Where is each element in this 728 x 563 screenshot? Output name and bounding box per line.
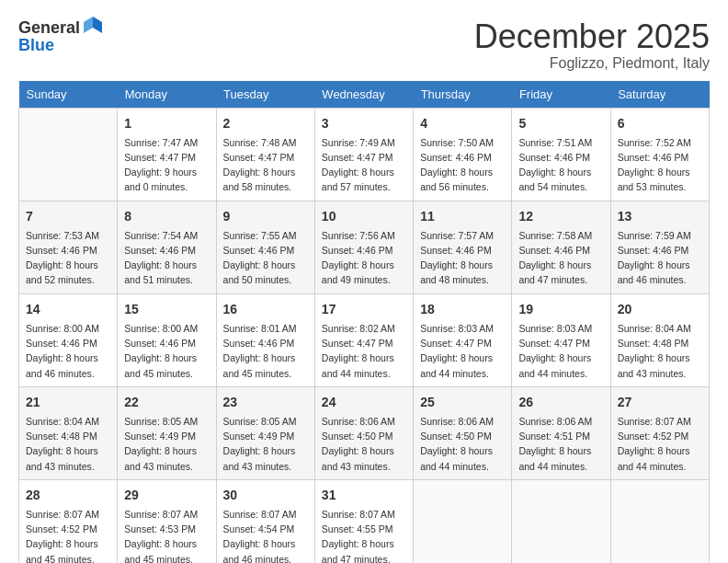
day-number: 19 xyxy=(518,300,603,319)
calendar-week-row: 21Sunrise: 8:04 AM Sunset: 4:48 PM Dayli… xyxy=(19,386,710,479)
calendar-cell: 17Sunrise: 8:02 AM Sunset: 4:47 PM Dayli… xyxy=(314,293,413,386)
day-number: 3 xyxy=(322,114,406,133)
day-header-friday: Friday xyxy=(512,81,610,109)
day-info: Sunrise: 8:07 AM Sunset: 4:52 PM Dayligh… xyxy=(618,414,702,474)
day-info: Sunrise: 7:57 AM Sunset: 4:46 PM Dayligh… xyxy=(420,228,505,288)
day-number: 9 xyxy=(223,207,308,226)
day-number: 26 xyxy=(518,393,603,412)
logo: General Blue xyxy=(18,18,104,54)
calendar-cell: 2Sunrise: 7:48 AM Sunset: 4:47 PM Daylig… xyxy=(216,108,314,201)
day-info: Sunrise: 8:04 AM Sunset: 4:48 PM Dayligh… xyxy=(618,321,702,381)
day-number: 8 xyxy=(124,207,209,226)
day-info: Sunrise: 7:56 AM Sunset: 4:46 PM Dayligh… xyxy=(322,228,406,288)
day-number: 11 xyxy=(420,207,505,226)
day-info: Sunrise: 7:55 AM Sunset: 4:46 PM Dayligh… xyxy=(223,228,308,288)
calendar-cell xyxy=(19,108,118,201)
day-number: 12 xyxy=(518,207,603,226)
day-number: 5 xyxy=(518,114,603,133)
day-info: Sunrise: 8:07 AM Sunset: 4:54 PM Dayligh… xyxy=(223,507,308,563)
day-info: Sunrise: 7:48 AM Sunset: 4:47 PM Dayligh… xyxy=(223,135,308,195)
day-header-tuesday: Tuesday xyxy=(216,81,314,109)
day-info: Sunrise: 7:58 AM Sunset: 4:46 PM Dayligh… xyxy=(518,228,603,288)
day-info: Sunrise: 8:02 AM Sunset: 4:47 PM Dayligh… xyxy=(322,321,406,381)
day-info: Sunrise: 7:47 AM Sunset: 4:47 PM Dayligh… xyxy=(124,135,209,195)
calendar-cell: 10Sunrise: 7:56 AM Sunset: 4:46 PM Dayli… xyxy=(314,201,413,293)
day-info: Sunrise: 8:07 AM Sunset: 4:53 PM Dayligh… xyxy=(124,507,209,563)
day-number: 6 xyxy=(618,114,702,133)
calendar-cell: 26Sunrise: 8:06 AM Sunset: 4:51 PM Dayli… xyxy=(512,386,610,479)
calendar-cell: 31Sunrise: 8:07 AM Sunset: 4:55 PM Dayli… xyxy=(314,479,413,563)
calendar-week-row: 1Sunrise: 7:47 AM Sunset: 4:47 PM Daylig… xyxy=(19,108,710,201)
day-number: 4 xyxy=(420,114,505,133)
day-info: Sunrise: 8:07 AM Sunset: 4:52 PM Dayligh… xyxy=(26,507,110,563)
day-number: 14 xyxy=(26,300,110,319)
calendar-week-row: 7Sunrise: 7:53 AM Sunset: 4:46 PM Daylig… xyxy=(19,201,710,293)
day-info: Sunrise: 8:05 AM Sunset: 4:49 PM Dayligh… xyxy=(124,414,209,474)
day-info: Sunrise: 8:06 AM Sunset: 4:50 PM Dayligh… xyxy=(322,414,406,474)
day-number: 28 xyxy=(26,486,110,505)
day-info: Sunrise: 8:06 AM Sunset: 4:50 PM Dayligh… xyxy=(420,414,505,474)
day-number: 23 xyxy=(223,393,308,412)
month-title: December 2025 xyxy=(474,18,710,55)
day-header-saturday: Saturday xyxy=(610,81,709,109)
svg-marker-0 xyxy=(93,17,102,33)
day-info: Sunrise: 7:54 AM Sunset: 4:46 PM Dayligh… xyxy=(124,228,209,288)
location-text: Foglizzo, Piedmont, Italy xyxy=(474,55,710,72)
calendar-cell: 25Sunrise: 8:06 AM Sunset: 4:50 PM Dayli… xyxy=(414,386,512,479)
day-header-sunday: Sunday xyxy=(19,81,118,109)
day-number: 16 xyxy=(223,300,308,319)
calendar-table: SundayMondayTuesdayWednesdayThursdayFrid… xyxy=(18,81,710,563)
svg-marker-1 xyxy=(84,17,93,33)
calendar-cell: 9Sunrise: 7:55 AM Sunset: 4:46 PM Daylig… xyxy=(216,201,314,293)
logo-general-text: General xyxy=(18,19,80,36)
logo-icon xyxy=(82,15,104,37)
day-info: Sunrise: 7:50 AM Sunset: 4:46 PM Dayligh… xyxy=(420,135,505,195)
day-info: Sunrise: 7:53 AM Sunset: 4:46 PM Dayligh… xyxy=(26,228,110,288)
day-number: 15 xyxy=(124,300,209,319)
calendar-cell: 12Sunrise: 7:58 AM Sunset: 4:46 PM Dayli… xyxy=(512,201,610,293)
calendar-cell: 16Sunrise: 8:01 AM Sunset: 4:46 PM Dayli… xyxy=(216,293,314,386)
calendar-cell: 28Sunrise: 8:07 AM Sunset: 4:52 PM Dayli… xyxy=(19,479,118,563)
day-info: Sunrise: 8:04 AM Sunset: 4:48 PM Dayligh… xyxy=(26,414,110,474)
day-info: Sunrise: 8:05 AM Sunset: 4:49 PM Dayligh… xyxy=(223,414,308,474)
day-number: 7 xyxy=(26,207,110,226)
day-number: 27 xyxy=(618,393,702,412)
calendar-cell xyxy=(414,479,512,563)
day-number: 30 xyxy=(223,486,308,505)
day-header-wednesday: Wednesday xyxy=(314,81,413,109)
calendar-header-row: SundayMondayTuesdayWednesdayThursdayFrid… xyxy=(19,81,710,109)
calendar-cell: 3Sunrise: 7:49 AM Sunset: 4:47 PM Daylig… xyxy=(314,108,413,201)
day-number: 31 xyxy=(322,486,406,505)
calendar-cell: 19Sunrise: 8:03 AM Sunset: 4:47 PM Dayli… xyxy=(512,293,610,386)
day-header-thursday: Thursday xyxy=(414,81,512,109)
calendar-cell: 8Sunrise: 7:54 AM Sunset: 4:46 PM Daylig… xyxy=(118,201,216,293)
calendar-cell: 23Sunrise: 8:05 AM Sunset: 4:49 PM Dayli… xyxy=(216,386,314,479)
day-number: 10 xyxy=(322,207,406,226)
calendar-cell: 22Sunrise: 8:05 AM Sunset: 4:49 PM Dayli… xyxy=(118,386,216,479)
day-number: 24 xyxy=(322,393,406,412)
title-section: December 2025 Foglizzo, Piedmont, Italy xyxy=(474,18,710,72)
day-number: 22 xyxy=(124,393,209,412)
day-info: Sunrise: 8:03 AM Sunset: 4:47 PM Dayligh… xyxy=(518,321,603,381)
day-info: Sunrise: 8:03 AM Sunset: 4:47 PM Dayligh… xyxy=(420,321,505,381)
day-number: 21 xyxy=(26,393,110,412)
calendar-week-row: 14Sunrise: 8:00 AM Sunset: 4:46 PM Dayli… xyxy=(19,293,710,386)
calendar-cell: 6Sunrise: 7:52 AM Sunset: 4:46 PM Daylig… xyxy=(610,108,709,201)
calendar-cell: 27Sunrise: 8:07 AM Sunset: 4:52 PM Dayli… xyxy=(610,386,709,479)
logo-blue-text: Blue xyxy=(18,36,54,54)
calendar-cell: 20Sunrise: 8:04 AM Sunset: 4:48 PM Dayli… xyxy=(610,293,709,386)
day-info: Sunrise: 8:00 AM Sunset: 4:46 PM Dayligh… xyxy=(26,321,110,381)
day-info: Sunrise: 8:07 AM Sunset: 4:55 PM Dayligh… xyxy=(322,507,406,563)
calendar-cell: 15Sunrise: 8:00 AM Sunset: 4:46 PM Dayli… xyxy=(118,293,216,386)
day-info: Sunrise: 7:59 AM Sunset: 4:46 PM Dayligh… xyxy=(618,228,702,288)
day-number: 2 xyxy=(223,114,308,133)
page-header: General Blue December 2025 Foglizzo, Pie… xyxy=(18,18,710,72)
day-number: 18 xyxy=(420,300,505,319)
day-number: 20 xyxy=(618,300,702,319)
calendar-cell: 14Sunrise: 8:00 AM Sunset: 4:46 PM Dayli… xyxy=(19,293,118,386)
calendar-cell: 13Sunrise: 7:59 AM Sunset: 4:46 PM Dayli… xyxy=(610,201,709,293)
day-info: Sunrise: 8:00 AM Sunset: 4:46 PM Dayligh… xyxy=(124,321,209,381)
day-info: Sunrise: 7:51 AM Sunset: 4:46 PM Dayligh… xyxy=(518,135,603,195)
calendar-cell: 18Sunrise: 8:03 AM Sunset: 4:47 PM Dayli… xyxy=(414,293,512,386)
day-info: Sunrise: 7:52 AM Sunset: 4:46 PM Dayligh… xyxy=(618,135,702,195)
